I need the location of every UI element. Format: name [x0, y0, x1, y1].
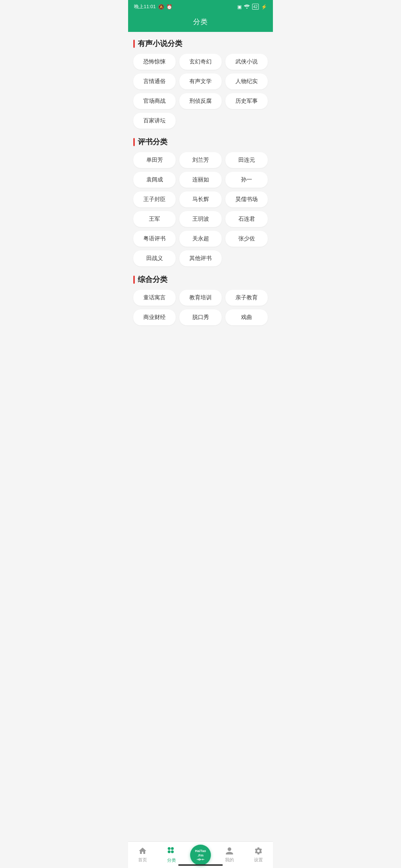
tag-btn-0-9[interactable]: 百家讲坛 — [133, 113, 176, 129]
tag-btn-2-4[interactable]: 脱口秀 — [179, 309, 222, 325]
tag-btn-0-5[interactable]: 人物纪实 — [225, 73, 268, 89]
page-header: 分类 — [128, 13, 273, 32]
comprehensive-tags: 童话寓言教育培训亲子教育商业财经脱口秀戏曲 — [133, 290, 268, 325]
status-left: 晚上11:01 🔕 ⏰ — [134, 3, 172, 10]
section-bar-pingbook — [133, 138, 135, 146]
tag-btn-0-4[interactable]: 有声文学 — [179, 73, 222, 89]
tag-btn-1-8[interactable]: 昊儒书场 — [225, 191, 268, 207]
tag-btn-1-6[interactable]: 王子封臣 — [133, 191, 176, 207]
tag-btn-1-0[interactable]: 单田芳 — [133, 152, 176, 168]
tag-btn-1-9[interactable]: 王军 — [133, 211, 176, 227]
tag-btn-1-4[interactable]: 连丽如 — [179, 172, 222, 188]
tag-btn-1-15[interactable]: 田战义 — [133, 250, 176, 266]
tag-btn-1-7[interactable]: 马长辉 — [179, 191, 222, 207]
wifi-icon — [244, 4, 250, 10]
status-time: 晚上11:01 — [134, 3, 156, 10]
section-pingbook-title: 评书分类 — [133, 130, 268, 152]
section-comprehensive-title: 综合分类 — [133, 268, 268, 290]
charging-icon: ⚡ — [261, 4, 267, 10]
tag-btn-0-0[interactable]: 恐怖惊悚 — [133, 54, 176, 70]
section-bar-audiobook — [133, 40, 135, 48]
signal-icon: ▣ — [237, 4, 242, 10]
tag-btn-2-0[interactable]: 童话寓言 — [133, 290, 176, 306]
tag-btn-1-5[interactable]: 孙一 — [225, 172, 268, 188]
tag-btn-0-6[interactable]: 官场商战 — [133, 93, 176, 109]
status-bar: 晚上11:01 🔕 ⏰ ▣ 42 ⚡ — [128, 0, 273, 13]
tag-btn-1-13[interactable]: 关永超 — [179, 231, 222, 247]
section-audiobook-title: 有声小说分类 — [133, 32, 268, 54]
tag-btn-0-3[interactable]: 言情通俗 — [133, 73, 176, 89]
tag-btn-1-16[interactable]: 其他评书 — [179, 250, 222, 266]
page-title: 分类 — [193, 18, 208, 26]
pingbook-tags: 单田芳刘兰芳田连元袁阔成连丽如孙一王子封臣马长辉昊儒书场王军王玥波石连君粤语评书… — [133, 152, 268, 266]
tag-btn-1-3[interactable]: 袁阔成 — [133, 172, 176, 188]
tag-btn-1-14[interactable]: 张少佐 — [225, 231, 268, 247]
battery-level: 42 — [253, 4, 258, 9]
tag-btn-1-2[interactable]: 田连元 — [225, 152, 268, 168]
tag-btn-2-2[interactable]: 亲子教育 — [225, 290, 268, 306]
battery-indicator: 42 — [252, 4, 259, 10]
tag-btn-1-1[interactable]: 刘兰芳 — [179, 152, 222, 168]
tag-btn-0-8[interactable]: 历史军事 — [225, 93, 268, 109]
tag-btn-2-5[interactable]: 戏曲 — [225, 309, 268, 325]
tag-btn-2-1[interactable]: 教育培训 — [179, 290, 222, 306]
audiobook-tags: 恐怖惊悚玄幻奇幻武侠小说言情通俗有声文学人物纪实官场商战刑侦反腐历史军事百家讲坛 — [133, 54, 268, 129]
section-bar-comprehensive — [133, 276, 135, 284]
status-right: ▣ 42 ⚡ — [237, 4, 267, 10]
tag-btn-1-12[interactable]: 粤语评书 — [133, 231, 176, 247]
main-content: 有声小说分类 恐怖惊悚玄幻奇幻武侠小说言情通俗有声文学人物纪实官场商战刑侦反腐历… — [128, 32, 273, 356]
tag-btn-2-3[interactable]: 商业财经 — [133, 309, 176, 325]
tag-btn-0-2[interactable]: 武侠小说 — [225, 54, 268, 70]
bell-icon: 🔕 — [158, 4, 164, 10]
alarm-icon: ⏰ — [166, 4, 172, 10]
tag-btn-0-1[interactable]: 玄幻奇幻 — [179, 54, 222, 70]
tag-btn-0-7[interactable]: 刑侦反腐 — [179, 93, 222, 109]
tag-btn-1-11[interactable]: 石连君 — [225, 211, 268, 227]
tag-btn-1-10[interactable]: 王玥波 — [179, 211, 222, 227]
